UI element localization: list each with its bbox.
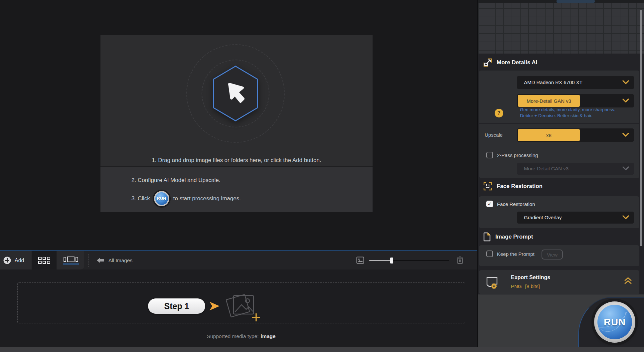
instruction-step-2: 2. Configure AI Model and Upscale. xyxy=(131,177,220,184)
face-scan-icon xyxy=(483,182,492,191)
chevron-down-icon xyxy=(622,80,629,85)
face-restoration-checkbox-label: Face Restoration xyxy=(497,201,535,207)
upscale-value-pill: x8 xyxy=(518,129,580,141)
help-icon[interactable]: ? xyxy=(495,109,503,117)
chevron-down-icon xyxy=(622,133,629,137)
plus-circle-icon xyxy=(3,257,11,264)
back-arrow-icon xyxy=(96,257,104,264)
media-toolbar: Add All Images xyxy=(0,251,478,269)
export-format-value: PNG[8 bits] xyxy=(511,283,540,289)
slider-thumb[interactable] xyxy=(390,258,393,264)
preview-checker-pattern xyxy=(478,0,644,54)
run-button[interactable]: RUN xyxy=(594,301,635,343)
step-1-pill: Step 1 xyxy=(148,298,205,314)
gear-icon xyxy=(491,283,497,289)
face-restoration-mode-value: Gradient Overlay xyxy=(524,212,562,224)
hardware-dropdown[interactable]: AMD Radeon RX 6700 XT xyxy=(517,76,634,89)
section-header-face-restoration: Face Restoration xyxy=(483,182,543,191)
document-icon xyxy=(483,232,491,242)
export-bits: [8 bits] xyxy=(525,283,540,289)
run-badge-icon: RUN xyxy=(154,191,169,206)
ai-model-value-pill: More-Detail GAN v3 xyxy=(518,95,580,107)
all-images-button[interactable]: All Images xyxy=(96,251,132,269)
upscale-label: Upscale xyxy=(485,128,503,142)
chevron-down-icon xyxy=(622,98,629,103)
section-title-more-details: More Details AI xyxy=(497,59,537,66)
export-settings-icon xyxy=(484,275,499,289)
collapse-double-chevron-icon[interactable] xyxy=(624,277,632,285)
trash-icon[interactable] xyxy=(456,256,464,264)
two-pass-label: 2-Pass processing xyxy=(497,152,538,158)
slider-fill xyxy=(369,260,392,261)
view-prompt-button[interactable]: View xyxy=(542,250,563,260)
section-header-image-prompt: Image Prompt xyxy=(483,232,533,242)
export-settings-card[interactable]: Export Settings PNG[8 bits] xyxy=(479,270,639,294)
all-images-label: All Images xyxy=(108,258,132,264)
section-title-image-prompt: Image Prompt xyxy=(495,234,533,240)
add-button-label: Add xyxy=(15,258,24,264)
supported-media-value: image xyxy=(261,333,276,339)
supported-media-prefix: Supported media type: xyxy=(207,333,259,339)
model-description-line2: Deblur + Denoise. Better skin & hair. xyxy=(520,113,592,118)
thumbnail-size-icon xyxy=(356,257,364,264)
instruction-step-3-suffix: to start processing images. xyxy=(173,195,241,202)
run-badge-label: RUN xyxy=(155,192,168,205)
toolbar-divider xyxy=(88,254,89,267)
filmstrip-active-underline xyxy=(63,264,79,264)
two-pass-model-dropdown-disabled: More-Detail GAN v3 xyxy=(517,163,634,175)
filmstrip-view-icon xyxy=(64,257,78,262)
ai-model-dropdown[interactable]: More-Detail GAN v3 xyxy=(517,94,634,107)
add-button[interactable]: Add xyxy=(3,251,24,269)
section-title-face-restoration: Face Restoration xyxy=(497,183,543,190)
run-button-globe: RUN xyxy=(597,305,632,339)
chevron-down-icon xyxy=(622,166,629,171)
chevron-down-icon xyxy=(622,215,629,220)
export-format: PNG xyxy=(511,283,522,289)
export-settings-title: Export Settings xyxy=(511,274,550,280)
face-restoration-mode-dropdown[interactable]: Gradient Overlay xyxy=(517,212,634,224)
vertical-scrollbar-thumb[interactable] xyxy=(640,10,642,246)
step-arrow-icon xyxy=(210,301,220,311)
section-header-more-details: More Details AI xyxy=(483,58,537,67)
add-photos-icon xyxy=(224,292,261,322)
drop-hexagon-icon[interactable] xyxy=(209,64,262,123)
two-pass-checkbox[interactable] xyxy=(486,152,493,158)
instruction-step-1: 1. Drag and drop image files or folders … xyxy=(100,157,373,164)
drop-zone-lower: 2. Configure AI Model and Upscale. 3. Cl… xyxy=(100,167,373,212)
sidebar-top-strip xyxy=(478,0,644,3)
upscale-expand-icon xyxy=(483,58,492,67)
image-drop-zone[interactable]: 1. Drag and drop image files or folders … xyxy=(100,35,373,212)
two-pass-model-value: More-Detail GAN v3 xyxy=(524,163,568,175)
instruction-step-3-prefix: 3. Click xyxy=(131,195,150,202)
main-area: 1. Drag and drop image files or folders … xyxy=(0,0,478,352)
instruction-step-3: 3. Click RUN to start processing images. xyxy=(131,191,241,206)
upscale-dropdown[interactable]: x8 xyxy=(517,128,634,142)
settings-sidebar: More Details AI Hardware AI Model AMD Ra… xyxy=(478,0,644,347)
grid-view-button[interactable] xyxy=(32,251,57,269)
face-restoration-checkbox[interactable]: ✓ xyxy=(486,201,493,207)
keep-prompt-checkbox[interactable] xyxy=(486,251,493,257)
window-bottom-strip xyxy=(0,347,644,352)
horizontal-scrollbar-thumb[interactable] xyxy=(557,0,595,3)
supported-media-text: Supported media type:image xyxy=(17,333,465,339)
grid-view-icon xyxy=(38,257,50,264)
model-description-line1: Gen more details, more clarity, more sha… xyxy=(520,107,615,112)
keep-prompt-label: Keep the Prompt xyxy=(497,251,535,257)
drop-zone-upper[interactable]: 1. Drag and drop image files or folders … xyxy=(100,35,373,166)
thumbnail-size-slider[interactable] xyxy=(369,257,449,264)
filmstrip-view-button[interactable] xyxy=(57,251,85,269)
bottom-tray: Step 1 Supported media type:image xyxy=(0,269,478,347)
hardware-value: AMD Radeon RX 6700 XT xyxy=(524,76,582,89)
slider-track xyxy=(392,260,449,261)
